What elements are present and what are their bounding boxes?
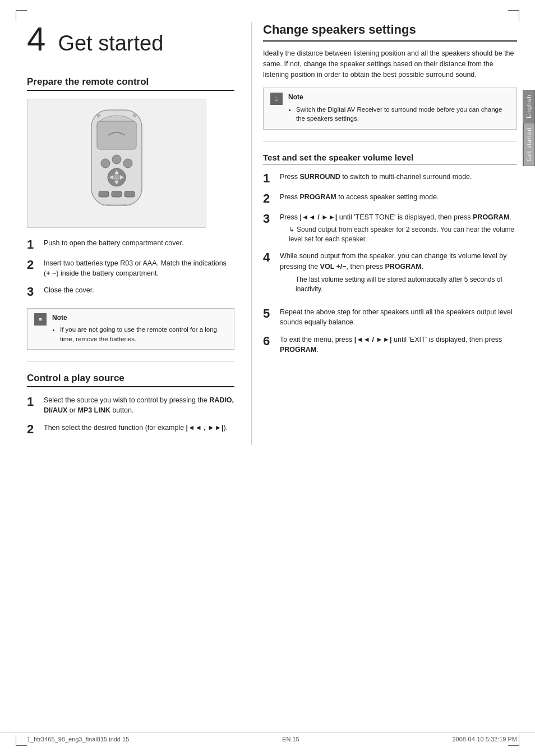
left-column: 4 Get started Prepare the remote control — [27, 22, 251, 445]
section-divider-2 — [263, 141, 517, 141]
section-divider-1 — [27, 361, 234, 361]
speaker-steps-list: 1 Press SURROUND to switch to multi-chan… — [263, 172, 517, 355]
note-item-1: If you are not going to use the remote c… — [60, 325, 227, 343]
step-number: 6 — [263, 335, 274, 348]
note-item-2: Switch the Digital AV Receiver to surrou… — [296, 105, 510, 123]
english-tab: English — [523, 90, 534, 123]
corner-tr — [508, 10, 519, 21]
content-area: 4 Get started Prepare the remote control — [0, 0, 535, 468]
note-list-2: Switch the Digital AV Receiver to surrou… — [288, 105, 510, 123]
note-title-2: Note — [288, 93, 510, 102]
step-number: 1 — [263, 172, 274, 185]
step-sub-item: ↳Sound output from each speaker for 2 se… — [289, 225, 517, 245]
footer-file: 1_htr3465_98_eng3_final815.indd 15 — [27, 736, 129, 743]
bullet-item: The last volume setting will be stored a… — [296, 275, 517, 294]
note-content-2: Note Switch the Digital AV Receiver to s… — [288, 93, 510, 125]
play-step-1: 1 Select the source you wish to control … — [27, 395, 234, 415]
svg-point-16 — [133, 114, 136, 117]
note-icon-2: ≡ — [270, 93, 283, 105]
section1-heading: Prepare the remote control — [27, 76, 234, 91]
svg-point-7 — [113, 174, 120, 181]
remote-svg — [61, 104, 173, 222]
svg-rect-13 — [112, 191, 122, 197]
remote-control-image — [27, 99, 206, 228]
chapter-heading: 4 Get started — [27, 22, 234, 56]
remote-step-3: 3 Close the cover. — [27, 285, 234, 299]
svg-point-4 — [112, 155, 121, 164]
speaker-step-1: 1 Press SURROUND to switch to multi-chan… — [263, 172, 517, 185]
speaker-step-3: 3 Press |◄◄ / ►►| until 'TEST TONE' is d… — [263, 212, 517, 244]
step-number: 3 — [263, 212, 274, 226]
step-number: 2 — [27, 258, 38, 272]
svg-point-5 — [123, 159, 132, 168]
step-content: Select the source you wish to control by… — [44, 395, 234, 415]
step-number: 2 — [263, 192, 274, 205]
svg-point-15 — [97, 114, 100, 117]
footer-date: 2008-04-10 5:32:19 PM — [452, 736, 517, 743]
remote-step-2: 2 Insert two batteries type R03 or AAA. … — [27, 258, 234, 278]
corner-tl — [16, 10, 27, 21]
step-content: Push to open the battery compartment cov… — [44, 238, 183, 248]
note-content-1: Note If you are not going to use the rem… — [52, 313, 227, 345]
play-source-steps-list: 1 Select the source you wish to control … — [27, 395, 234, 436]
note-title-1: Note — [52, 313, 227, 323]
right-column: Change speakers settings Ideally the dis… — [251, 22, 517, 445]
sub-section-heading: Test and set the speaker volume level — [263, 153, 517, 165]
step-number: 1 — [27, 395, 38, 409]
step-content: Then select the desired function (for ex… — [44, 423, 228, 433]
step-bullet: The last volume setting will be stored a… — [288, 275, 517, 294]
step-content: Press PROGRAM to access speaker setting … — [280, 192, 439, 202]
svg-rect-14 — [124, 191, 135, 197]
intro-text: Ideally the distance between listening p… — [263, 48, 517, 80]
step-content: Press SURROUND to switch to multi-channe… — [280, 172, 472, 182]
speaker-step-2: 2 Press PROGRAM to access speaker settin… — [263, 192, 517, 205]
section2-heading: Control a play source — [27, 373, 234, 387]
page-wrapper: English Get started 4 Get started Prepar… — [0, 0, 535, 756]
speaker-step-5: 5 Repeat the above step for other speake… — [263, 307, 517, 327]
side-tabs: English Get started — [523, 90, 535, 166]
speaker-step-6: 6 To exit the menu, press |◄◄ / ►►| unti… — [263, 335, 517, 355]
step-number: 3 — [27, 285, 38, 299]
play-step-2: 2 Then select the desired function (for … — [27, 423, 234, 436]
speaker-step-4: 4 While sound output from the speaker, y… — [263, 251, 517, 300]
note-box-2: ≡ Note Switch the Digital AV Receiver to… — [263, 88, 517, 130]
step-content: To exit the menu, press |◄◄ / ►►| until … — [280, 335, 517, 355]
svg-rect-2 — [97, 121, 136, 149]
step-content: Insert two batteries type R03 or AAA. Ma… — [44, 258, 234, 278]
get-started-tab: Get started — [524, 123, 534, 166]
step-content: Close the cover. — [44, 285, 94, 295]
step-content: Press |◄◄ / ►►| until 'TEST TONE' is dis… — [280, 213, 511, 221]
note-list-1: If you are not going to use the remote c… — [52, 325, 227, 343]
step-number: 5 — [263, 307, 274, 320]
footer-page: EN 15 — [282, 736, 299, 743]
step-number: 4 — [263, 251, 274, 264]
step-content: Repeat the above step for other speakers… — [280, 307, 517, 327]
step-number: 1 — [27, 238, 38, 251]
remote-step-1: 1 Push to open the battery compartment c… — [27, 238, 234, 251]
note-icon-1: ≡ — [34, 313, 47, 326]
footer: 1_htr3465_98_eng3_final815.indd 15 EN 15… — [0, 732, 535, 743]
chapter-title: Get started — [58, 31, 163, 56]
svg-rect-12 — [99, 191, 109, 197]
chapter-number: 4 — [27, 22, 45, 56]
step-content: While sound output from the speaker, you… — [280, 252, 506, 270]
note-box-1: ≡ Note If you are not going to use the r… — [27, 308, 234, 350]
step-number: 2 — [27, 423, 38, 436]
right-main-heading: Change speakers settings — [263, 22, 517, 42]
arrow-icon: ↳ — [289, 226, 294, 233]
remote-steps-list: 1 Push to open the battery compartment c… — [27, 238, 234, 299]
svg-point-3 — [101, 159, 110, 168]
